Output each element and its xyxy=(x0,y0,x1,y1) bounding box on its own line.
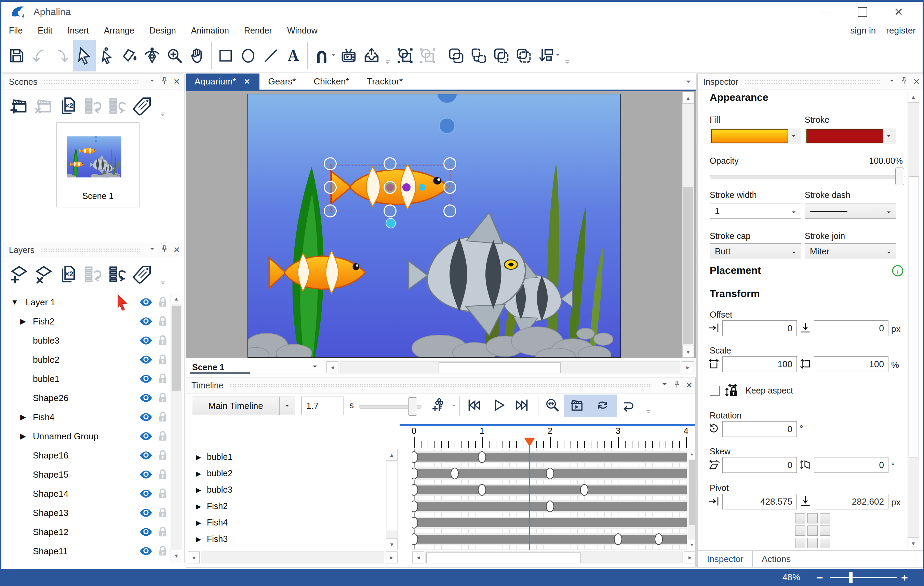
pivot-y-field[interactable]: 282.602 xyxy=(814,494,888,509)
timeline-tracks-hscrollbar-thumb[interactable] xyxy=(426,553,581,563)
scroll-up-icon[interactable]: ▲ xyxy=(386,449,398,461)
inspector-tab-inspector[interactable]: Inspector xyxy=(698,551,753,568)
scroll-up-icon[interactable]: ▲ xyxy=(171,293,182,304)
play-button[interactable] xyxy=(488,395,509,416)
tab-chicken[interactable]: Chicken* xyxy=(305,74,358,89)
scroll-up-icon[interactable]: ▲ xyxy=(688,449,696,459)
return-to-start-button[interactable] xyxy=(617,395,639,416)
layer-name[interactable]: Unnamed Group xyxy=(33,431,99,442)
visibility-eye-icon[interactable] xyxy=(139,544,153,558)
inspector-scrollbar-thumb[interactable] xyxy=(909,177,919,457)
panel-menu-chevron-icon[interactable] xyxy=(146,76,158,88)
anchor-dot-cyan[interactable] xyxy=(419,184,426,191)
keyframe[interactable] xyxy=(546,468,554,479)
redo-button[interactable] xyxy=(51,40,73,71)
lock-icon[interactable] xyxy=(157,487,169,500)
keyframe[interactable] xyxy=(478,451,486,463)
zoom-slider[interactable] xyxy=(830,577,897,578)
visibility-eye-icon[interactable] xyxy=(139,449,153,462)
close-icon[interactable]: ✕ xyxy=(171,76,183,88)
scroll-right-icon[interactable]: ► xyxy=(386,551,398,563)
pin-icon[interactable] xyxy=(158,244,171,256)
selection-handle[interactable] xyxy=(324,205,337,218)
timeline-ruler[interactable]: 01234 xyxy=(412,426,687,449)
lock-icon[interactable] xyxy=(157,391,169,405)
move-scene-back-button[interactable] xyxy=(81,92,105,120)
register-link[interactable]: register xyxy=(886,25,916,36)
panel-grip[interactable] xyxy=(41,248,140,252)
undo-button[interactable] xyxy=(28,40,51,71)
scroll-left-icon[interactable]: ◄ xyxy=(327,362,338,373)
panel-menu-chevron-icon[interactable] xyxy=(886,76,898,88)
track-row[interactable] xyxy=(412,550,687,550)
layer-row[interactable]: Shape14 xyxy=(3,484,170,503)
visibility-eye-icon[interactable] xyxy=(139,353,153,366)
stroke-join-combo[interactable]: Miter xyxy=(805,243,896,259)
tween-span-bar[interactable] xyxy=(414,535,687,544)
overflow-icon[interactable] xyxy=(158,111,167,120)
pivot-position-grid[interactable] xyxy=(795,513,830,548)
timeline-track-name[interactable]: buble1 xyxy=(207,452,233,462)
timeline-tracks-vscrollbar-thumb[interactable] xyxy=(689,460,695,525)
pen-tool-button[interactable] xyxy=(141,40,163,71)
panel-menu-chevron-icon[interactable] xyxy=(658,379,671,391)
layer-row[interactable]: ▶Unnamed Group xyxy=(3,427,170,446)
lock-icon[interactable] xyxy=(157,353,169,366)
selection-handle[interactable] xyxy=(443,205,456,218)
rectangle-tool-button[interactable] xyxy=(214,40,237,71)
keyframe[interactable] xyxy=(614,533,622,545)
visibility-eye-icon[interactable] xyxy=(139,315,153,328)
close-button[interactable]: ✕ xyxy=(892,5,906,19)
expand-icon[interactable]: ▶ xyxy=(196,502,201,510)
layer-row[interactable]: ▶Fish4 xyxy=(3,408,170,427)
skew-x-field[interactable]: 0 xyxy=(722,457,797,473)
selection-handle[interactable] xyxy=(384,157,396,170)
select-tool-button[interactable] xyxy=(73,40,96,71)
menu-render[interactable]: Render xyxy=(236,22,280,39)
scroll-left-icon[interactable]: ◄ xyxy=(412,551,424,563)
info-icon[interactable]: i xyxy=(891,264,904,277)
overflow-icon[interactable] xyxy=(158,279,167,288)
text-tool-button[interactable]: A xyxy=(282,40,305,71)
timeline-time-input[interactable]: 1.7 xyxy=(301,396,344,415)
pivot-handle[interactable] xyxy=(386,218,396,228)
selection-handle[interactable] xyxy=(384,181,396,194)
inspector-tab-actions[interactable]: Actions xyxy=(753,551,800,568)
duplicate-scene-button[interactable]: ×2 xyxy=(56,92,81,120)
timeline-clip-selector[interactable]: Main Timeline xyxy=(192,396,295,415)
hand-tool-button[interactable] xyxy=(186,40,208,71)
move-scene-forward-button[interactable] xyxy=(105,92,130,120)
layer-row[interactable]: buble1 xyxy=(3,369,170,388)
keyframe[interactable] xyxy=(580,484,588,496)
scene-card[interactable]: Scene 1 xyxy=(56,122,139,207)
lock-icon[interactable] xyxy=(157,372,169,386)
timeline-zoom-slider[interactable] xyxy=(359,405,421,409)
line-tool-button[interactable] xyxy=(259,40,282,71)
tag-button[interactable] xyxy=(130,260,155,288)
layer-name[interactable]: Shape11 xyxy=(33,546,68,556)
layer-row[interactable]: ▼Layer 1 xyxy=(3,293,170,312)
offset-x-field[interactable]: 0 xyxy=(722,320,797,336)
scroll-up-icon[interactable]: ▲ xyxy=(682,92,694,104)
panel-grip[interactable] xyxy=(230,383,652,388)
layer-row[interactable]: Shape13 xyxy=(3,503,170,522)
zoom-in-button[interactable]: + xyxy=(901,571,908,584)
minimize-button[interactable]: — xyxy=(819,5,833,19)
export-button[interactable] xyxy=(360,40,383,71)
scroll-up-icon[interactable]: ▲ xyxy=(908,91,919,102)
canvas-vscrollbar-thumb[interactable] xyxy=(683,187,693,344)
panel-grip[interactable] xyxy=(43,80,140,84)
tab-list-chevron-icon[interactable] xyxy=(684,77,693,86)
collapse-icon[interactable]: ▼ xyxy=(11,298,18,307)
overflow-icon[interactable] xyxy=(384,58,392,68)
chevron-down-icon[interactable] xyxy=(451,403,457,409)
visibility-eye-icon[interactable] xyxy=(139,487,153,500)
offset-y-field[interactable]: 0 xyxy=(814,320,888,336)
menu-arrange[interactable]: Arrange xyxy=(96,22,142,39)
layer-row[interactable]: Shape16 xyxy=(3,446,170,465)
menu-animation[interactable]: Animation xyxy=(183,22,236,39)
layer-name[interactable]: Fish2 xyxy=(33,316,55,327)
scroll-right-icon[interactable]: ► xyxy=(682,362,694,373)
layer-name[interactable]: Shape14 xyxy=(33,489,68,499)
maximize-button[interactable] xyxy=(856,5,869,19)
